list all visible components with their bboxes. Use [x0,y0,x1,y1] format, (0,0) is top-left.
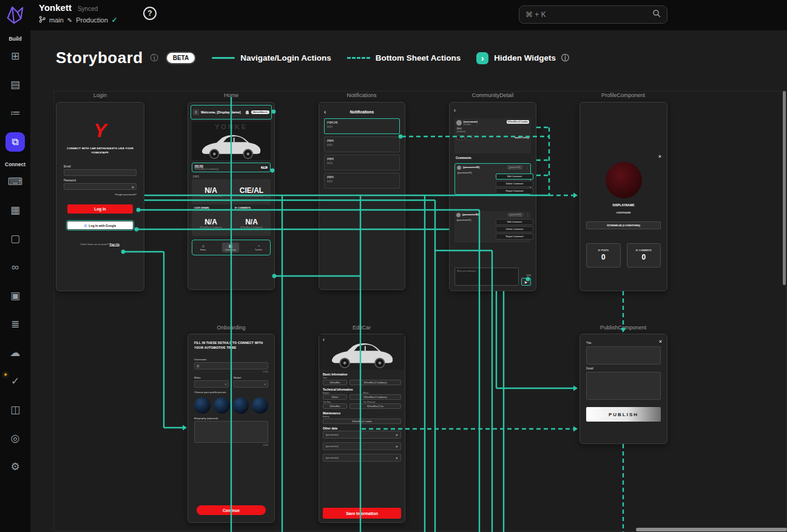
stat-card[interactable]: N/AIf(Then/Else (2 Conditions)) [192,210,230,236]
storyboard-icon[interactable]: ⧉ [0,127,30,156]
deploy-icon[interactable]: ☁ [0,338,30,367]
branch-name[interactable]: main [49,16,64,24]
year-condition-chip[interactable]: If(Then/Else (2 Conditions)) [350,380,401,385]
screen-notifications[interactable]: ‹ Notifications [1][0] [0][0][1] [0][0][… [319,102,405,290]
comment-input[interactable]: Write an comment... [454,268,519,286]
signup-link[interactable]: Sign Up [109,243,120,246]
delete-comment-item[interactable]: Delete Comment [496,226,533,232]
notification-item[interactable]: [0][0][0][1] [324,173,400,189]
toolbox-icon[interactable]: ◫ [0,396,30,424]
report-comment-item[interactable]: Report Comment [496,188,533,194]
notification-item[interactable]: [0][0][0][1] [324,136,400,152]
kebab-icon[interactable]: ⋮ [525,166,529,169]
notification-item[interactable]: [1][0] [0][0][1] [324,118,400,134]
detail-field[interactable] [586,372,661,400]
make-dropdown[interactable]: ▾ [194,380,229,388]
frame-label-onboarding[interactable]: Onboarding [217,325,245,331]
frame-label-communitydetail[interactable]: CommunityDetail [472,92,514,98]
close-icon[interactable]: × [659,338,662,345]
stat-card[interactable]: N/AIf(Then/Else (2 Conditions)) [232,210,271,236]
back-icon[interactable]: ‹ [324,109,334,115]
environment-name[interactable]: Production [76,16,108,24]
battery-chip[interactable]: If(Then/Else (2 Conditio [323,419,401,424]
integrations-icon[interactable]: ∞ [0,253,30,281]
biography-field[interactable] [194,421,268,443]
screen-profilecomponent[interactable]: × DISPLAYNAME USERNAME IF(THEN/ELSE (2 C… [579,102,667,291]
hidden-info-icon[interactable]: ⓘ [561,53,569,64]
tire-pressure-chip[interactable]: If(Then/Else (2 Con [350,403,401,409]
password-field[interactable]: ◉ [64,183,137,190]
post-card[interactable]: [username][validity] If(Then/Else (2 Con… [454,118,531,153]
eye-icon[interactable]: ◉ [132,185,134,189]
frame-label-notifications[interactable]: Notifications [346,92,376,98]
screen-publishcomponent[interactable]: × Title Detail PUBLISH [579,334,667,444]
bell-icon[interactable] [245,107,249,118]
schema-icon[interactable]: ▦ [0,196,30,224]
close-icon[interactable]: × [658,153,661,160]
stat-card[interactable]: N/AIf(Then/Else (2 Conditions)) [192,179,230,204]
vertical-scrollbar[interactable] [783,91,786,285]
report-comment-item[interactable]: Report Comment [496,234,533,240]
analytics-icon[interactable]: ≣ [0,310,30,338]
like-chip[interactable]: ♡ 0 [456,135,465,140]
edit-comment-item[interactable]: Edit Comment [496,173,533,180]
google-login-button[interactable]: GLog In with Google [67,221,133,229]
forgot-password-link[interactable]: Forgot password? [64,193,137,196]
data-types-icon[interactable]: ≔ [0,99,30,127]
notification-item[interactable]: [0][0][0][1] [324,155,400,170]
user-chip[interactable]: AbristoSans Li [251,110,269,114]
frame-label-home[interactable]: Home [224,92,238,98]
model-dropdown[interactable]: ▾ [234,380,268,388]
comment-chip[interactable]: ○ 0 [467,135,475,140]
kebab-icon[interactable]: ⋮ [526,213,529,217]
delete-comment-item[interactable]: Delete Comment [496,181,533,187]
remove-icon[interactable]: ✕ [396,456,398,460]
parameter-row[interactable]: [parameter]✕ [323,431,401,439]
screen-home[interactable]: ≡ Welcome, [Display Name] AbristoSans Li… [187,102,275,290]
year-chip[interactable]: If(Then/Else [323,380,347,385]
pages-icon[interactable]: ▤ [0,70,30,99]
parameter-row[interactable]: [parameter]✕ [323,454,401,462]
widgets-icon[interactable]: ⊞ [0,42,30,70]
frame-label-login[interactable]: Login [93,92,107,98]
screen-login[interactable]: Y CONNECT WITH CAR ENTHUSIASTS LIKE YOUR… [56,102,144,291]
nav-community[interactable]: ▣Community [222,243,239,252]
profile-picture-option[interactable] [194,397,211,414]
menu-icon[interactable]: ≡ [193,109,199,115]
profile-picture-option[interactable] [214,397,230,414]
target-icon[interactable]: ◎ [0,424,30,453]
flutterflow-logo-icon[interactable] [4,4,27,27]
publish-button[interactable]: PUBLISH [586,407,661,422]
nav-tracker[interactable]: ◔Tracker [255,244,262,251]
title-info-icon[interactable]: ⓘ [150,53,158,64]
parameter-row[interactable]: [parameter]✕ [323,442,401,450]
login-button[interactable]: Log In [67,204,133,214]
nav-home[interactable]: ⌂Home [200,244,206,251]
remove-icon[interactable]: ✕ [396,445,398,448]
project-name[interactable]: Yonkett [39,2,72,13]
motor-chip[interactable]: If(Then/Else (2 Conditions)) [350,394,401,400]
profile-picture-option[interactable] [233,397,249,414]
media-icon[interactable]: ▣ [0,281,30,310]
username-field[interactable]: @ [194,362,268,369]
profile-picture-option[interactable] [252,397,268,414]
tire-size-chip[interactable]: If(Then/Else [323,403,347,409]
database-icon[interactable]: ⌨ [0,167,30,196]
frame-label-publishcomponent[interactable]: PublishComponent [600,325,646,331]
frame-label-editcar[interactable]: EditCar [353,325,371,331]
stat-card[interactable]: CIE/ALIf(Then/Else (2 Conditions)) [232,179,271,204]
screen-communitydetail[interactable]: ‹ [username][validity] If(Then/Else (2 C… [449,102,536,291]
remove-icon[interactable]: ✕ [396,433,398,437]
email-field[interactable] [64,169,137,176]
back-icon[interactable]: ‹ [323,337,325,343]
continue-button[interactable]: Continue [197,505,266,515]
send-button[interactable]: ▶ [521,278,531,286]
help-button[interactable]: ? [143,7,157,20]
storyboard-icon-selected[interactable]: ⧉ [5,132,25,152]
screen-editcar[interactable]: ‹ Basic Information Year If(Then/ElseIf(… [319,334,405,523]
frame-label-profilecomponent[interactable]: ProfileComponent [601,92,645,98]
search-input[interactable]: ⌘ + K [519,5,667,24]
screen-onboarding[interactable]: FILL IN THESE DETAILS TO CONNECT WITH YO… [187,334,275,523]
stat-strip[interactable]: [0] [0]If(Then/Else (2 Conditions)) FIBU [192,163,271,172]
custom-code-icon[interactable]: ▢ [0,224,30,253]
